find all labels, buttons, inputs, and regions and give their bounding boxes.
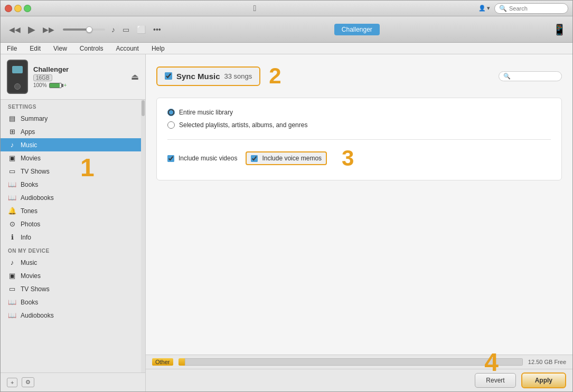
sidebar-item-device-books[interactable]: 📖 Books: [1, 295, 145, 309]
restore-button[interactable]: +: [24, 5, 31, 12]
volume-slider[interactable]: [63, 28, 105, 31]
music-label: Music: [21, 141, 37, 149]
sidebar-item-tvshows[interactable]: ▭ TV Shows: [1, 165, 145, 178]
device-image: [7, 60, 28, 94]
tvshows-icon: ▭: [8, 167, 16, 175]
sidebar-item-device-tvshows[interactable]: ▭ TV Shows: [1, 282, 145, 295]
checkbox-videos-input[interactable]: [167, 155, 174, 162]
menu-bar: File Edit View Controls Account Help: [1, 43, 572, 54]
device-info-panel: Challenger 16GB 100% + ⏏: [1, 54, 145, 100]
radio-entire-input[interactable]: [167, 109, 175, 116]
forward-button[interactable]: ▶▶: [41, 24, 57, 35]
sidebar-item-device-movies[interactable]: ▣ Movies: [1, 269, 145, 282]
more-icon[interactable]: •••: [153, 25, 161, 34]
content-search-icon: 🔍: [503, 73, 511, 80]
search-input[interactable]: [509, 5, 563, 12]
tv-icon[interactable]: ▭: [123, 25, 129, 34]
radio-selected-input[interactable]: [167, 121, 175, 129]
apply-button[interactable]: Apply: [521, 372, 566, 388]
charging-icon: +: [64, 82, 67, 88]
monitor-icon[interactable]: ⬜: [137, 25, 146, 34]
content-search-box[interactable]: 🔍: [499, 71, 562, 81]
device-tvshows-icon: ▭: [8, 285, 16, 293]
sidebar-item-movies[interactable]: ▣ Movies: [1, 151, 145, 165]
checkbox-memos-input[interactable]: [251, 155, 258, 162]
sidebar-item-apps[interactable]: ⊞ Apps: [1, 125, 145, 138]
radio-group: Entire music library Selected playlists,…: [167, 109, 551, 129]
step-2-number: 2: [269, 65, 281, 87]
menu-help[interactable]: Help: [149, 44, 167, 53]
sidebar: Challenger 16GB 100% + ⏏ Settings: [1, 54, 146, 391]
sidebar-item-books[interactable]: 📖 Books: [1, 178, 145, 191]
checkbox-videos[interactable]: Include music videos: [167, 155, 237, 162]
toolbar-center: Challenger: [167, 24, 547, 35]
right-panel: Sync Music 33 songs 2 🔍 Entire music l: [146, 54, 572, 391]
content-search-input[interactable]: [511, 73, 557, 79]
device-music-icon: ♪: [8, 259, 16, 266]
radio-entire-label: Entire music library: [179, 109, 233, 116]
device-capacity-label: 16GB: [33, 74, 52, 81]
tones-label: Tones: [21, 207, 37, 215]
app-window: × − +  👤 ▾ 🔍 ◀◀ ▶ ▶▶ ♪: [0, 0, 573, 392]
close-button[interactable]: ×: [5, 5, 12, 12]
device-icon[interactable]: 📱: [553, 23, 566, 36]
tones-icon: 🔔: [8, 207, 16, 215]
checkbox-videos-label: Include music videos: [179, 155, 237, 162]
sidebar-bottom: + ⚙: [1, 372, 145, 391]
minimize-button[interactable]: −: [14, 5, 22, 12]
menu-controls[interactable]: Controls: [78, 44, 106, 53]
books-icon: 📖: [8, 180, 16, 188]
battery-fill: [50, 83, 60, 88]
menu-edit[interactable]: Edit: [27, 44, 43, 53]
storage-bar-row: Other 12.50 GB Free: [146, 355, 572, 369]
title-bar-right: 👤 ▾ 🔍: [478, 3, 568, 14]
step-3-number: 3: [342, 147, 354, 169]
footer-buttons: 4 Revert Apply: [146, 369, 572, 391]
revert-button[interactable]: Revert: [475, 373, 515, 388]
sidebar-item-music[interactable]: ♪ Music: [1, 138, 145, 151]
device-audiobooks-label: Audiobooks: [21, 312, 54, 319]
radio-entire[interactable]: Entire music library: [167, 109, 551, 116]
gear-button[interactable]: ⚙: [22, 377, 34, 387]
device-details: Challenger 16GB 100% +: [33, 65, 126, 88]
checkbox-memos[interactable]: Include voice memos: [246, 151, 327, 165]
storage-bar: [179, 358, 523, 366]
menu-file[interactable]: File: [5, 44, 19, 53]
radio-selected[interactable]: Selected playlists, artists, albums, and…: [167, 121, 551, 129]
main-content: Challenger 16GB 100% + ⏏ Settings: [1, 54, 572, 391]
search-box[interactable]: 🔍: [494, 3, 568, 14]
checkboxes-row: Include music videos Include voice memos…: [167, 147, 551, 169]
sidebar-item-tones[interactable]: 🔔 Tones: [1, 204, 145, 217]
title-bar: × − +  👤 ▾ 🔍: [1, 1, 572, 16]
music-note-icon[interactable]: ♪: [111, 25, 115, 34]
sidebar-item-device-music[interactable]: ♪ Music: [1, 256, 145, 269]
on-my-device-label: On My Device: [1, 244, 145, 256]
search-icon: 🔍: [499, 5, 507, 12]
sync-music-checkbox[interactable]: [165, 72, 172, 80]
sync-music-tab[interactable]: Sync Music 33 songs: [156, 66, 260, 86]
sidebar-item-device-audiobooks[interactable]: 📖 Audiobooks: [1, 309, 145, 322]
title-bar-center: : [31, 4, 478, 13]
eject-button[interactable]: ⏏: [131, 72, 139, 82]
user-account-button[interactable]: 👤 ▾: [478, 5, 490, 12]
scrollbar-track[interactable]: [141, 100, 145, 372]
audiobooks-label: Audiobooks: [21, 194, 54, 202]
apps-icon: ⊞: [8, 128, 16, 136]
menu-view[interactable]: View: [51, 44, 69, 53]
window-controls: × − +: [5, 5, 31, 12]
back-button[interactable]: ◀◀: [7, 24, 23, 35]
play-button[interactable]: ▶: [26, 23, 37, 36]
challenger-tab-button[interactable]: Challenger: [334, 24, 380, 35]
add-button[interactable]: +: [7, 378, 17, 387]
scrollbar-thumb[interactable]: [142, 100, 145, 116]
movies-label: Movies: [21, 155, 41, 162]
volume-knob[interactable]: [86, 26, 92, 33]
user-chevron-icon: ▾: [487, 5, 490, 12]
sidebar-item-photos[interactable]: ⊙ Photos: [1, 217, 145, 231]
sidebar-item-info[interactable]: ℹ Info: [1, 231, 145, 244]
sidebar-item-audiobooks[interactable]: 📖 Audiobooks: [1, 191, 145, 204]
sync-music-header: Sync Music 33 songs 2 🔍: [156, 65, 562, 87]
apps-label: Apps: [21, 128, 35, 136]
menu-account[interactable]: Account: [114, 44, 141, 53]
sidebar-item-summary[interactable]: ▤ Summary: [1, 112, 145, 125]
